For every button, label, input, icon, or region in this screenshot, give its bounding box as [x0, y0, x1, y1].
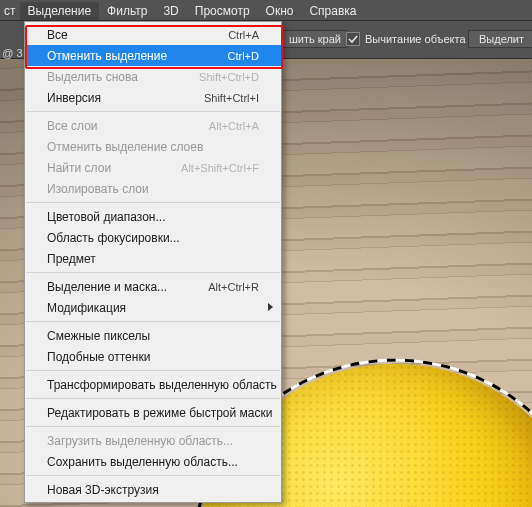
menu-item-label: Загрузить выделенную область... — [47, 434, 259, 448]
menu-item-shortcut: Shift+Ctrl+I — [204, 92, 259, 104]
menu-item-label: Инверсия — [47, 91, 192, 105]
menu-item-label: Смежные пикселы — [47, 329, 259, 343]
menu-item: Найти слоиAlt+Shift+Ctrl+F — [25, 157, 281, 178]
menu-item-label: Цветовой диапазон... — [47, 210, 259, 224]
menu-item[interactable]: ИнверсияShift+Ctrl+I — [25, 87, 281, 108]
menu-item-label: Все слои — [47, 119, 197, 133]
menu-item-shortcut: Alt+Ctrl+A — [209, 120, 259, 132]
menu-item-label: Отменить выделение слоев — [47, 140, 259, 154]
menu-item[interactable]: Выделение и маска...Alt+Ctrl+R — [25, 276, 281, 297]
menu-item[interactable]: Редактировать в режиме быстрой маски — [25, 402, 281, 423]
menu-item[interactable]: Подобные оттенки — [25, 346, 281, 367]
menubar: ст Выделение Фильтр 3D Просмотр Окно Спр… — [0, 0, 532, 21]
menu-item-label: Новая 3D-экструзия — [47, 483, 259, 497]
menu-item-shortcut: Ctrl+A — [228, 29, 259, 41]
menu-item-label: Все — [47, 28, 216, 42]
menu-item-shortcut: Alt+Shift+Ctrl+F — [181, 162, 259, 174]
menu-item-label: Область фокусировки... — [47, 231, 259, 245]
menu-item-label: Найти слои — [47, 161, 169, 175]
menu-item-label: Выделение и маска... — [47, 280, 196, 294]
menu-item-shortcut: Shift+Ctrl+D — [199, 71, 259, 83]
menu-item[interactable]: Модификация — [25, 297, 281, 318]
menu-item[interactable]: Трансформировать выделенную область — [25, 374, 281, 395]
submenu-arrow-icon — [268, 303, 273, 311]
menu-item: Изолировать слои — [25, 178, 281, 199]
menu-item-label: Изолировать слои — [47, 182, 259, 196]
menu-item: Отменить выделение слоев — [25, 136, 281, 157]
menu-item[interactable]: Смежные пикселы — [25, 325, 281, 346]
menu-item-label: Предмет — [47, 252, 259, 266]
subtract-object-checkbox[interactable]: Вычитание объекта — [346, 32, 466, 46]
menu-help[interactable]: Справка — [301, 2, 364, 20]
menu-item-shortcut: Ctrl+D — [228, 50, 259, 62]
menu-item[interactable]: Отменить выделениеCtrl+D — [25, 45, 281, 66]
menu-item: Выделить сноваShift+Ctrl+D — [25, 66, 281, 87]
menu-item: Все слоиAlt+Ctrl+A — [25, 115, 281, 136]
menu-item[interactable]: Область фокусировки... — [25, 227, 281, 248]
menu-item-shortcut: Alt+Ctrl+R — [208, 281, 259, 293]
menu-filter[interactable]: Фильтр — [99, 2, 155, 20]
menu-item-label: Подобные оттенки — [47, 350, 259, 364]
menu-item: Загрузить выделенную область... — [25, 430, 281, 451]
menu-item[interactable]: Новая 3D-экструзия — [25, 479, 281, 500]
menu-item-label: Редактировать в режиме быстрой маски — [47, 406, 272, 420]
select-menu-dropdown: ВсеCtrl+AОтменить выделениеCtrl+DВыделит… — [24, 21, 282, 503]
menu-item-label: Трансформировать выделенную область — [47, 378, 277, 392]
menu-item[interactable]: Сохранить выделенную область... — [25, 451, 281, 472]
menu-item[interactable]: ВсеCtrl+A — [25, 24, 281, 45]
menu-item[interactable]: Предмет — [25, 248, 281, 269]
menu-window[interactable]: Окно — [258, 2, 302, 20]
refine-edge-button[interactable]: шить край — [282, 30, 348, 48]
menu-view[interactable]: Просмотр — [187, 2, 258, 20]
menu-item[interactable]: Цветовой диапазон... — [25, 206, 281, 227]
menubar-prefix: ст — [2, 2, 20, 20]
menu-item-label: Сохранить выделенную область... — [47, 455, 259, 469]
check-icon — [346, 32, 360, 46]
menu-3d[interactable]: 3D — [155, 2, 186, 20]
zoom-tag: @ 3 — [0, 21, 25, 63]
menu-item-label: Выделить снова — [47, 70, 187, 84]
subtract-object-label: Вычитание объекта — [365, 33, 466, 45]
select-subject-button[interactable]: Выделит — [468, 30, 532, 48]
menu-select[interactable]: Выделение — [20, 2, 100, 20]
menu-item-label: Отменить выделение — [47, 49, 216, 63]
menu-item-label: Модификация — [47, 301, 259, 315]
